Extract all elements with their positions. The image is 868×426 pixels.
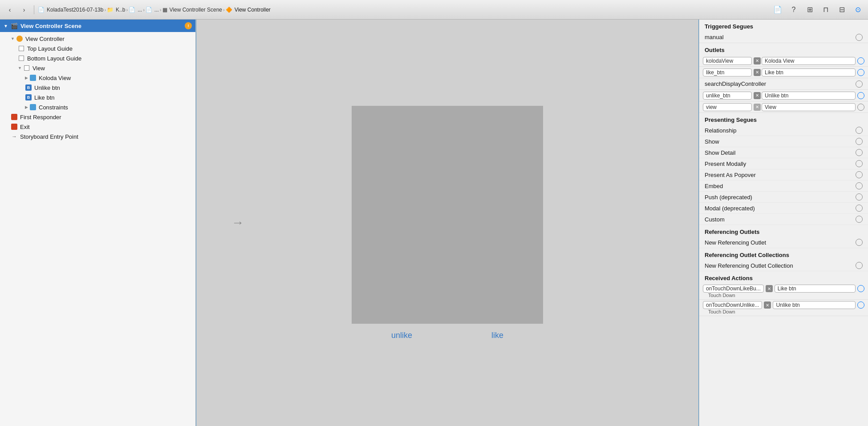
unlike-btn-icon: B bbox=[25, 84, 32, 91]
segue-modal[interactable]: Modal (deprecated) bbox=[699, 203, 868, 214]
tree-item-exit[interactable]: Exit bbox=[0, 122, 195, 132]
segue-present-popover-circle[interactable] bbox=[856, 171, 863, 178]
inspector-button[interactable]: ⊓ bbox=[819, 4, 832, 16]
tree-item-entry-point[interactable]: → Storyboard Entry Point bbox=[0, 132, 195, 141]
outlet-circle-view[interactable] bbox=[857, 104, 864, 111]
outlet-circle-like[interactable] bbox=[857, 69, 864, 76]
document-tree: ▼ View Controller Top Layout Guide Botto… bbox=[0, 32, 195, 426]
outlet-circle-unlike[interactable] bbox=[857, 92, 864, 99]
outlet-target-like: Like btn bbox=[762, 68, 856, 76]
outlet-arrow-like: ✕ Like btn bbox=[754, 68, 856, 76]
referencing-outlets-header: Referencing Outlets bbox=[699, 225, 868, 237]
expand-triangle-constraints: ▶ bbox=[25, 105, 28, 109]
segue-present-modally-circle[interactable] bbox=[856, 160, 863, 167]
segue-push[interactable]: Push (deprecated) bbox=[699, 192, 868, 203]
action-unlike-circle[interactable] bbox=[857, 301, 864, 309]
unlike-button[interactable]: unlike bbox=[391, 331, 412, 340]
tree-item-bottom-guide[interactable]: Bottom Layout Guide bbox=[0, 53, 195, 63]
segue-show-circle[interactable] bbox=[856, 138, 863, 145]
like-button[interactable]: like bbox=[491, 331, 503, 340]
outlet-arrow-view: ✕ View bbox=[754, 103, 856, 111]
segue-show-detail[interactable]: Show Detail bbox=[699, 147, 868, 158]
outlet-x-badge-koloda: ✕ bbox=[754, 57, 761, 64]
manual-row[interactable]: manual bbox=[699, 32, 868, 43]
breadcrumb-item-4[interactable]: ... bbox=[154, 7, 159, 13]
navigator-button[interactable]: ⊟ bbox=[835, 4, 848, 16]
back-button[interactable]: ‹ bbox=[4, 4, 16, 16]
tree-item-top-guide[interactable]: Top Layout Guide bbox=[0, 44, 195, 53]
forward-button[interactable]: › bbox=[18, 4, 30, 16]
search-display-circle[interactable] bbox=[856, 80, 863, 88]
top-guide-label: Top Layout Guide bbox=[27, 45, 73, 52]
canvas-content: → unlike like bbox=[196, 20, 699, 426]
segue-show[interactable]: Show bbox=[699, 136, 868, 147]
action-unlike-row[interactable]: onTouchDownUnlike... ✕ Unlike btn Touch … bbox=[699, 300, 868, 316]
segue-embed[interactable]: Embed bbox=[699, 181, 868, 192]
tree-item-unlike-btn[interactable]: B Unlike btn bbox=[0, 83, 195, 92]
breadcrumb-item-2[interactable]: K..b bbox=[116, 7, 125, 13]
outlet-unlike-btn[interactable]: unlike_btn ✕ Unlike btn bbox=[699, 90, 868, 101]
received-actions-header: Received Actions bbox=[699, 271, 868, 283]
entry-point-arrow: → bbox=[231, 216, 244, 230]
segue-push-circle[interactable] bbox=[856, 193, 863, 201]
segue-custom-circle[interactable] bbox=[856, 216, 863, 223]
new-referencing-collection-row[interactable]: New Referencing Outlet Collection bbox=[699, 260, 868, 271]
outlet-name-view: view bbox=[703, 103, 752, 111]
segue-embed-circle[interactable] bbox=[856, 182, 863, 189]
center-canvas: → unlike like bbox=[196, 20, 699, 426]
tree-item-constraints[interactable]: ▶ Constraints bbox=[0, 102, 195, 112]
outlet-search-display[interactable]: searchDisplayController bbox=[699, 78, 868, 90]
breadcrumb-sep-4: › bbox=[160, 7, 162, 12]
breadcrumb-item-1[interactable]: KoladaTest2016-07-13b bbox=[47, 7, 103, 13]
outlet-view[interactable]: view ✕ View bbox=[699, 101, 868, 113]
segue-present-modally[interactable]: Present Modally bbox=[699, 158, 868, 169]
tree-item-koloda[interactable]: ▶ Koloda View bbox=[0, 73, 195, 83]
grid-button[interactable]: ⊞ bbox=[803, 4, 816, 16]
tree-item-view[interactable]: ▼ View bbox=[0, 63, 195, 73]
segue-present-popover[interactable]: Present As Popover bbox=[699, 169, 868, 181]
new-referencing-outlet-label: New Referencing Outlet bbox=[705, 239, 856, 246]
like-btn-label: Like btn bbox=[34, 94, 55, 101]
outlet-x-badge-like: ✕ bbox=[754, 69, 761, 76]
view-controller-frame[interactable]: unlike like bbox=[352, 106, 543, 340]
segue-relationship-circle[interactable] bbox=[856, 127, 863, 134]
manual-label: manual bbox=[705, 34, 856, 40]
entry-point-icon: → bbox=[11, 133, 18, 140]
tree-item-like-btn[interactable]: B Like btn bbox=[0, 92, 195, 102]
breadcrumb-item-5[interactable]: View Controller Scene bbox=[170, 7, 223, 13]
segue-modal-circle[interactable] bbox=[856, 205, 863, 212]
koloda-icon bbox=[29, 74, 37, 81]
breadcrumb-item-3[interactable]: ... bbox=[138, 7, 142, 13]
vc-label: View Controller bbox=[25, 36, 65, 42]
run-button[interactable]: ⊙ bbox=[851, 4, 864, 16]
tree-item-first-responder[interactable]: First Responder bbox=[0, 112, 195, 122]
library-button[interactable]: 📄 bbox=[771, 4, 784, 16]
segue-show-detail-circle[interactable] bbox=[856, 149, 863, 156]
toolbar: ‹ › 📄 KoladaTest2016-07-13b › 📁 K..b › 📄… bbox=[0, 0, 868, 20]
expand-triangle-view: ▼ bbox=[18, 66, 22, 70]
help-button[interactable]: ? bbox=[787, 4, 800, 16]
action-like-row[interactable]: onTouchDownLikeBu... ✕ Like btn Touch Do… bbox=[699, 283, 868, 300]
breadcrumb-icon-5: ▦ bbox=[162, 7, 167, 13]
tree-item-view-controller[interactable]: ▼ View Controller bbox=[0, 34, 195, 44]
breadcrumb-icon-4: 📄 bbox=[146, 7, 152, 13]
new-referencing-collection-circle[interactable] bbox=[856, 262, 863, 269]
outlet-like-btn[interactable]: like_btn ✕ Like btn bbox=[699, 67, 868, 78]
breadcrumb-item-6[interactable]: View Controller bbox=[235, 7, 271, 13]
segue-custom[interactable]: Custom bbox=[699, 214, 868, 225]
scene-header[interactable]: ▼ 🎬 View Controller Scene ! bbox=[0, 20, 195, 32]
scene-header-icon: 🎬 bbox=[11, 23, 18, 29]
segue-relationship[interactable]: Relationship bbox=[699, 125, 868, 136]
new-referencing-outlet-row[interactable]: New Referencing Outlet bbox=[699, 237, 868, 248]
action-like-circle[interactable] bbox=[857, 285, 864, 292]
view-label: View bbox=[32, 65, 45, 72]
manual-circle[interactable] bbox=[856, 34, 863, 41]
outlet-x-badge-view: ✕ bbox=[754, 104, 761, 111]
constraints-label: Constraints bbox=[39, 104, 68, 111]
segue-push-label: Push (deprecated) bbox=[705, 194, 856, 201]
segue-show-label: Show bbox=[705, 138, 856, 145]
outlet-koloda-view[interactable]: kolodaView ✕ Koloda View bbox=[699, 55, 868, 67]
outlet-circle-koloda[interactable] bbox=[857, 57, 864, 64]
new-referencing-outlet-circle[interactable] bbox=[856, 239, 863, 246]
scene-header-label: View Controller Scene bbox=[20, 23, 81, 29]
